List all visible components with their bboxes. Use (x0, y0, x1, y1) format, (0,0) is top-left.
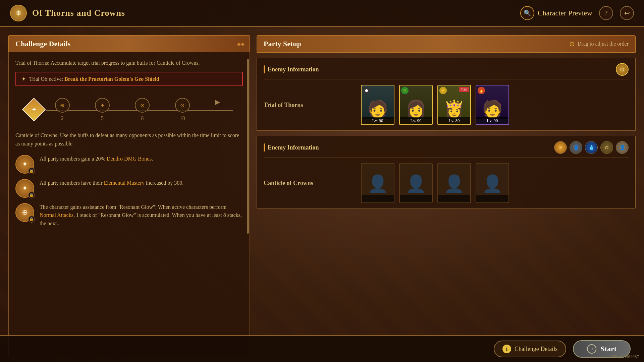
buff-icon-1: ✦ 🔒 (15, 155, 34, 174)
buff-text-3: The character gains assistance from "Res… (40, 203, 243, 228)
empty-card-4: 👤 -- (476, 163, 509, 203)
buff-icon-2-symbol: ✦ (22, 184, 28, 193)
char-element-4: 🔥 (478, 87, 485, 94)
node-circle-10: ⊙ (175, 98, 190, 113)
lock-icon-3: 🔒 (28, 216, 35, 223)
char-level-4: Lv. 90 (476, 117, 508, 124)
enemy-icons-row: ☀ 👤 💧 ⊙ 👤 (554, 141, 629, 154)
enemy-section-2-title: Enemy Information (268, 144, 319, 151)
progress-nodes: ⊕ 2 ✦ 5 ⊗ 8 ⊙ 10 ▶ (42, 98, 233, 121)
trial-section-row: Trial of Thorns ⬢ 🧑 Lv. 90 🌿 👩 Lv. 90 ⚡ (264, 85, 629, 125)
party-setup-title: Party Setup (264, 40, 301, 48)
buff-icon-3: ⊕ 🔒 (15, 203, 34, 222)
drag-icon: ⊙ (569, 40, 575, 48)
node-label-8: 8 (141, 115, 144, 121)
objective-text: Trial Objective: Break the Praetorian Go… (29, 76, 159, 82)
enemy-icon-water: 💧 (585, 141, 598, 154)
char-card-3: ⚡ Trial 👸 Lv. 80 (437, 85, 471, 125)
buff-icon-2: ✦ 🔒 (15, 179, 34, 198)
character-preview-button[interactable]: 🔍 Character Preview (520, 6, 592, 20)
objective-highlight: Break the Praetorian Golem's Geo Shield (64, 76, 159, 82)
scrollbar[interactable] (247, 59, 249, 350)
geo-badge-icon: ⬡ (616, 63, 629, 76)
challenge-details-header: Challenge Details (8, 35, 250, 52)
node-circle-8: ⊗ (135, 98, 150, 113)
start-icon: ○ (587, 344, 596, 354)
node-label-10: 10 (180, 115, 185, 121)
char-element-1: ⬢ (363, 87, 370, 94)
buff-item-1: ✦ 🔒 All party members gain a 20% Dendro … (15, 155, 243, 174)
canticle-section-row: Canticle of Crowns 👤 -- 👤 -- 👤 -- (264, 163, 629, 203)
silhouette-3: 👤 (444, 174, 465, 193)
enemy-section-2-header: Enemy Information ☀ 👤 💧 ⊙ 👤 (264, 141, 629, 158)
challenge-details-btn-label: Challenge Details (515, 346, 557, 353)
buff-text-1: All party members gain a 20% Dendro DMG … (40, 155, 243, 163)
challenge-details-title: Challenge Details (15, 40, 70, 48)
topbar: ❋ Of Thorns and Crowns 🔍 Character Previ… (0, 0, 644, 27)
enemy-label-row-2: Enemy Information (264, 143, 319, 152)
uid-text: UID: 824564087 (609, 354, 639, 359)
trial-section-name: Trial of Thorns (264, 102, 317, 109)
trial-objective-box: ✦ Trial Objective: Break the Praetorian … (15, 72, 243, 86)
char-cards-row-2: 👤 -- 👤 -- 👤 -- 👤 -- (361, 163, 509, 203)
progress-start-inner: ✦ (26, 102, 42, 117)
enemy-section-1-header: Enemy Information ⬡ (264, 63, 629, 79)
silhouette-1: 👤 (367, 174, 388, 193)
node-circle-2: ⊕ (55, 98, 70, 113)
empty-label-4: -- (476, 195, 508, 202)
help-button[interactable]: ? (599, 6, 613, 20)
page-title: Of Thorns and Crowns (32, 8, 125, 18)
progress-node-2: ⊕ 2 (55, 98, 70, 121)
enemy-section-1-title: Enemy Information (268, 66, 319, 73)
canticle-desc: Canticle of Crowns: Use the buffs to def… (15, 131, 243, 148)
node-circle-5: ✦ (95, 98, 110, 113)
progress-node-10: ⊙ 10 (175, 98, 190, 121)
silhouette-4: 👤 (482, 174, 503, 193)
enemy-section-2: Enemy Information ☀ 👤 💧 ⊙ 👤 Canticle of … (257, 136, 636, 209)
char-element-3: ⚡ (439, 87, 447, 94)
char-level-3: Lv. 80 (438, 117, 470, 124)
char-element-2: 🌿 (401, 87, 409, 94)
buff-icon-3-symbol: ⊕ (22, 208, 28, 217)
scroll-thumb (247, 59, 249, 234)
enemy-section-1: Enemy Information ⬡ Trial of Thorns ⬢ 🧑 … (257, 58, 636, 131)
right-panel: Party Setup ⊙ Drag to adjust the order E… (257, 35, 636, 357)
info-icon: i (502, 345, 511, 353)
enemy-icon-sun: ☀ (554, 141, 567, 154)
enemy-indicator-1 (264, 65, 265, 73)
logo-icon: ❋ (10, 5, 27, 21)
enemy-indicator-2 (264, 143, 265, 152)
buff-text-2: All party members have their Elemental M… (40, 179, 243, 187)
bottom-bar: i Challenge Details ○ Start UID: 8245640… (0, 335, 644, 362)
lock-icon-1: 🔒 (28, 168, 35, 174)
char-card-1: ⬢ 🧑 Lv. 90 (361, 85, 394, 125)
buff-highlight-2: Elemental Mastery (104, 180, 145, 186)
empty-label-3: -- (438, 195, 470, 202)
back-button[interactable]: ↩ (620, 6, 634, 20)
diamond-icon: ✦ (21, 76, 26, 82)
char-level-1: Lv. 90 (362, 117, 394, 124)
silhouette-2: 👤 (406, 174, 426, 193)
drag-hint-text: Drag to adjust the order (578, 41, 629, 47)
enemy-icon-face: 👤 (570, 141, 582, 154)
progress-node-8: ⊗ 8 (135, 98, 150, 121)
node-label-2: 2 (61, 115, 64, 121)
empty-label-2: -- (400, 195, 432, 202)
start-btn-label: Start (600, 345, 616, 353)
node-label-5: 5 (101, 115, 104, 121)
empty-card-1: 👤 -- (361, 163, 394, 203)
left-panel: Challenge Details Trial of Thorns: Accum… (8, 35, 250, 357)
char-card-4: 🔥 🧑 Lv. 90 (476, 85, 509, 125)
buff-item-2: ✦ 🔒 All party members have their Element… (15, 179, 243, 198)
char-level-2: Lv. 90 (400, 117, 432, 124)
enemy-icon-face2: 👤 (616, 141, 629, 154)
progress-node-5: ✦ 5 (95, 98, 110, 121)
challenge-details-button[interactable]: i Challenge Details (494, 341, 566, 357)
canticle-section-name: Canticle of Crowns (264, 180, 317, 187)
trial-badge: Trial (459, 87, 469, 92)
main-content: Challenge Details Trial of Thorns: Accum… (0, 30, 644, 362)
buff-icon-1-symbol: ✦ (22, 160, 28, 169)
buff-highlight-3: Normal Attacks (40, 212, 73, 218)
topbar-left: ❋ Of Thorns and Crowns (10, 5, 125, 21)
buff-list: ✦ 🔒 All party members gain a 20% Dendro … (15, 155, 243, 228)
